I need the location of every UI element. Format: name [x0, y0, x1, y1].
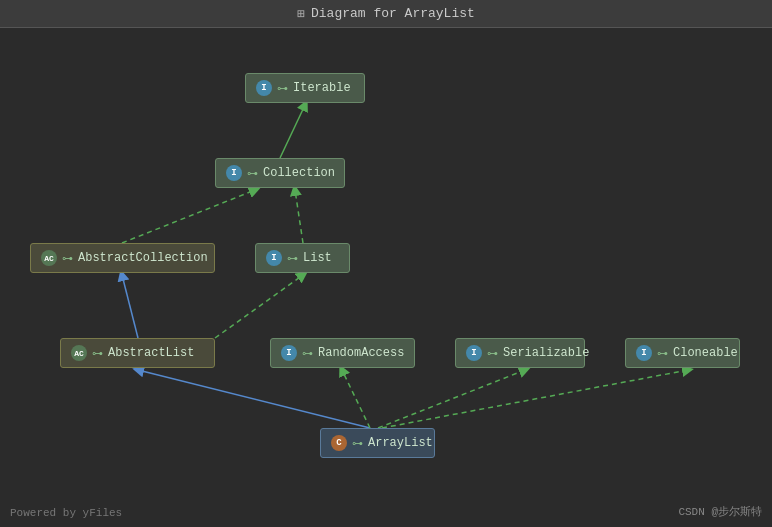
badge-cloneable: I — [636, 345, 652, 361]
label-list: List — [303, 251, 332, 265]
footer-left: Powered by yFiles — [10, 507, 122, 519]
badge-arraylist: C — [331, 435, 347, 451]
footer-right: CSDN @步尔斯特 — [678, 504, 762, 519]
node-iterable: I ⊶ Iterable — [245, 73, 365, 103]
title-bar: ⊞ Diagram for ArrayList — [0, 0, 772, 28]
svg-line-11 — [382, 370, 688, 428]
badge-abstractlist: AC — [71, 345, 87, 361]
label-iterable: Iterable — [293, 81, 351, 95]
label-abstractcollection: AbstractCollection — [78, 251, 208, 265]
node-list: I ⊶ List — [255, 243, 350, 273]
badge-iterable: I — [256, 80, 272, 96]
svg-line-9 — [342, 370, 370, 428]
node-abstractcollection: AC ⊶ AbstractCollection — [30, 243, 215, 273]
window-title: Diagram for ArrayList — [311, 6, 475, 21]
svg-line-8 — [138, 370, 370, 428]
badge-collection: I — [226, 165, 242, 181]
label-abstractlist: AbstractList — [108, 346, 194, 360]
svg-line-7 — [215, 275, 303, 338]
svg-line-3 — [280, 105, 305, 158]
title-icon: ⊞ — [297, 6, 305, 22]
node-serializable: I ⊶ Serializable — [455, 338, 585, 368]
node-collection: I ⊶ Collection — [215, 158, 345, 188]
badge-serializable: I — [466, 345, 482, 361]
label-randomaccess: RandomAccess — [318, 346, 404, 360]
label-arraylist: ArrayList — [368, 436, 433, 450]
node-cloneable: I ⊶ Cloneable — [625, 338, 740, 368]
node-arraylist: C ⊶ ArrayList — [320, 428, 435, 458]
node-abstractlist: AC ⊶ AbstractList — [60, 338, 215, 368]
label-collection: Collection — [263, 166, 335, 180]
svg-line-5 — [295, 190, 303, 243]
label-cloneable: Cloneable — [673, 346, 738, 360]
diagram-area: I ⊶ Iterable I ⊶ Collection AC ⊶ Abstrac… — [0, 28, 772, 527]
badge-abstractcollection: AC — [41, 250, 57, 266]
node-randomaccess: I ⊶ RandomAccess — [270, 338, 415, 368]
badge-list: I — [266, 250, 282, 266]
badge-randomaccess: I — [281, 345, 297, 361]
svg-line-6 — [122, 275, 138, 338]
label-serializable: Serializable — [503, 346, 589, 360]
svg-line-4 — [122, 190, 255, 243]
svg-line-10 — [378, 370, 525, 428]
